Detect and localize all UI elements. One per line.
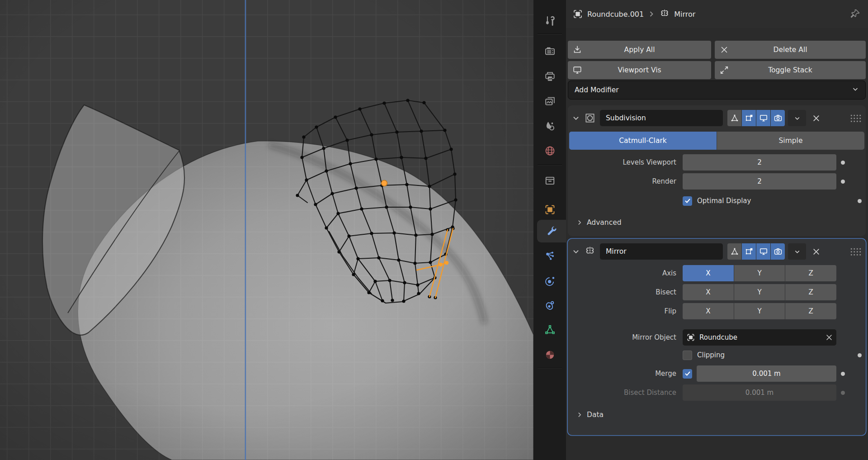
modifier-extras-menu-button[interactable] [788,243,806,260]
modifier-name-field[interactable]: Subdivision [600,110,723,126]
subdivision-display-toggles [727,110,785,126]
advanced-label: Advanced [587,218,622,227]
tab-scene[interactable] [533,115,566,138]
show-in-render-toggle[interactable] [771,243,785,260]
clear-object-icon[interactable] [826,334,833,341]
add-modifier-dropdown[interactable]: Add Modifier [568,81,866,100]
mirror-object-value: Roundcube [699,333,826,341]
bisect-y-button[interactable]: Y [734,284,785,300]
editmode-triangle-icon [730,247,739,256]
axis-row: Axis X Y Z [568,265,866,281]
subdivision-type-segmented: Catmull-Clark Simple [569,132,864,150]
remove-modifier-button[interactable] [809,110,823,126]
show-in-viewport-toggle[interactable] [756,110,770,126]
modifiers-wrench-icon [546,225,558,237]
merge-threshold-slider[interactable]: 0.001 m [697,365,836,382]
collection-icon [544,175,556,187]
levels-viewport-slider[interactable]: 2 [683,154,836,171]
tab-constraints[interactable] [533,294,566,317]
clipping-label: Clipping [697,351,725,359]
optimal-display-checkbox[interactable] [683,196,692,206]
advanced-subpanel-header[interactable]: Advanced [568,215,866,230]
show-in-render-toggle[interactable] [771,110,785,126]
bisect-z-button[interactable]: Z [785,284,836,300]
tab-view-layer[interactable] [533,90,566,112]
tab-tool[interactable] [533,9,566,32]
on-cage-toggle[interactable] [742,243,756,260]
mirror-modifier-icon [659,9,670,19]
simple-button[interactable]: Simple [717,132,864,150]
flip-row: Flip X Y Z [568,303,866,319]
show-in-viewport-toggle[interactable] [756,243,770,260]
object-data-icon [544,324,556,336]
edit-mode-display-toggle[interactable] [727,243,741,260]
close-icon [812,114,820,122]
apply-all-button[interactable]: Apply All [568,41,711,59]
subdivision-type-icon [583,111,597,125]
delete-all-button[interactable]: Delete All [715,41,866,59]
tab-object-data[interactable] [533,318,566,341]
chevron-down-icon [852,85,859,95]
tab-output[interactable] [533,65,566,88]
on-cage-toggle[interactable] [742,110,756,126]
mirror-panel-header[interactable]: Mirror [568,239,866,261]
flip-y-button[interactable]: Y [734,303,785,319]
breadcrumb-object-name[interactable]: Roundcube.001 [587,10,644,19]
animate-decorator[interactable] [841,372,845,376]
viewport-vis-button[interactable]: Viewport Vis [568,61,711,79]
pin-icon[interactable] [849,8,861,20]
catmull-clark-button[interactable]: Catmull-Clark [569,132,717,150]
modifier-extras-menu-button[interactable] [788,110,806,126]
levels-viewport-row: Levels Viewport 2 [568,154,866,171]
expand-chevron-icon[interactable] [572,114,580,122]
clipping-checkbox[interactable] [683,351,692,360]
edit-mode-display-toggle[interactable] [727,110,741,126]
viewport-vignette [0,0,533,460]
mirror-type-icon [583,245,597,258]
subdivision-modifier-panel: Subdivision [568,105,866,236]
close-icon [812,248,820,256]
drag-handle[interactable] [850,247,862,256]
tab-collection[interactable] [533,169,566,192]
mirror-display-toggles [727,243,785,260]
tab-material[interactable] [533,343,566,366]
tab-render[interactable] [533,40,566,62]
animate-decorator[interactable] [841,161,845,165]
flip-x-button[interactable]: X [683,303,734,319]
chevron-right-icon [648,10,655,18]
3d-viewport[interactable] [0,0,533,460]
delete-all-label: Delete All [773,46,807,54]
world-icon [544,145,556,157]
render-icon [544,45,556,57]
merge-checkbox[interactable] [683,369,692,379]
tab-world[interactable] [533,139,566,162]
remove-modifier-button[interactable] [809,243,823,260]
animate-decorator[interactable] [841,180,845,184]
data-subpanel-header[interactable]: Data [568,407,866,422]
breadcrumb-modifier-name[interactable]: Mirror [674,10,695,19]
bisect-distance-slider: 0.001 m [683,384,836,401]
expand-chevron-icon[interactable] [572,247,580,256]
animate-decorator[interactable] [858,199,862,203]
z-axis-line [245,0,246,460]
axis-x-button[interactable]: X [683,265,734,281]
check-icon [684,198,691,204]
flip-z-button[interactable]: Z [785,303,836,319]
tab-object[interactable] [533,198,566,221]
mirror-object-field[interactable]: Roundcube [683,329,836,346]
tab-particles[interactable] [533,245,566,267]
modifier-name-field[interactable]: Mirror [600,243,723,260]
constraints-icon [544,299,556,312]
subdivision-panel-header[interactable]: Subdivision [568,105,866,127]
axis-z-button[interactable]: Z [785,265,836,281]
bisect-x-button[interactable]: X [683,284,734,300]
tab-modifiers-active[interactable] [537,220,566,242]
drag-handle[interactable] [850,114,862,123]
editmode-triangle-icon [730,114,739,123]
toggle-stack-button[interactable]: Toggle Stack [715,61,866,79]
render-levels-slider[interactable]: 2 [683,173,836,190]
axis-y-button[interactable]: Y [734,265,785,281]
animate-decorator[interactable] [858,353,862,357]
tab-physics[interactable] [533,270,566,292]
properties-editor: Roundcube.001 Mirror [566,0,868,460]
